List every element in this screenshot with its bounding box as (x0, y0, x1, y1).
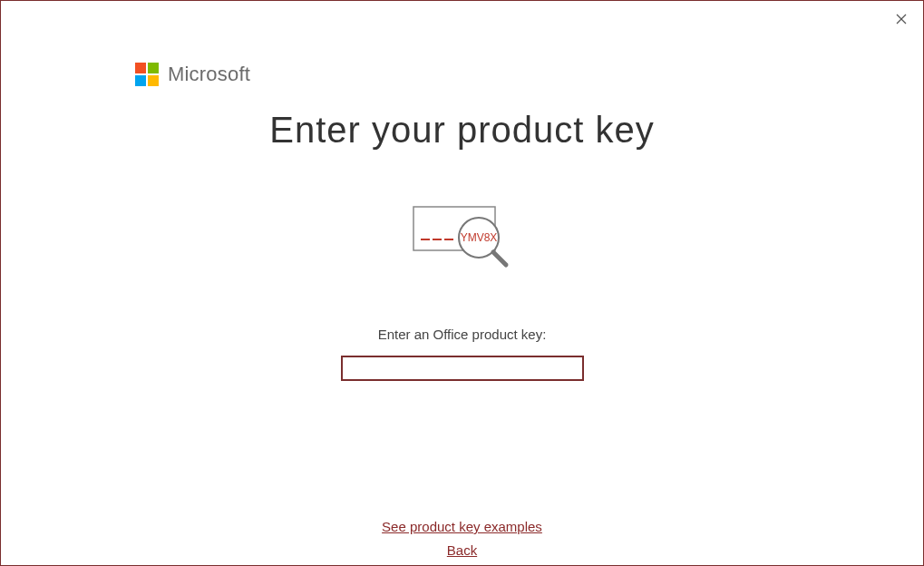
svg-text:YMV8X: YMV8X (460, 231, 497, 244)
header: Microsoft (1, 1, 923, 86)
product-key-label: Enter an Office product key: (1, 327, 923, 342)
back-link[interactable]: Back (447, 539, 477, 562)
close-icon (896, 14, 907, 24)
see-examples-link[interactable]: See product key examples (382, 515, 542, 539)
brand-label: Microsoft (168, 63, 250, 86)
product-key-illustration: YMV8X (1, 201, 923, 274)
microsoft-logo-icon (135, 63, 159, 86)
product-key-input[interactable] (341, 356, 584, 381)
close-button[interactable] (892, 10, 910, 28)
svg-line-8 (493, 252, 506, 265)
page-title: Enter your product key (1, 110, 923, 151)
key-card-icon: YMV8X (408, 201, 517, 274)
